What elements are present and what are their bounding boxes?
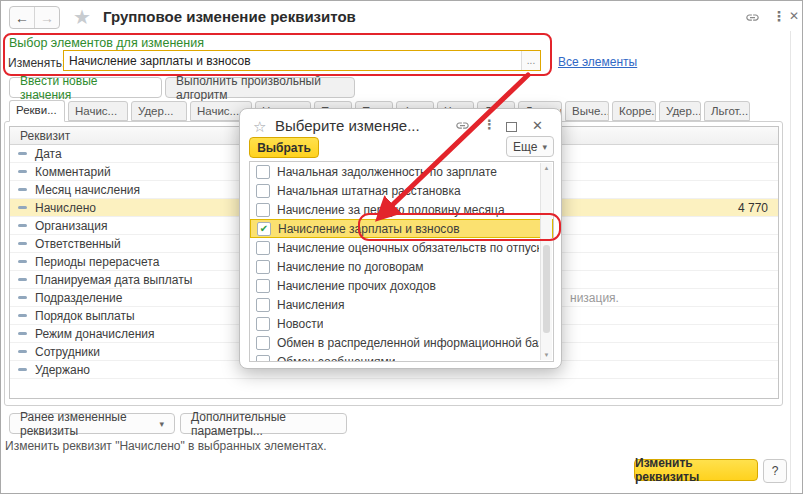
attribute-dash-icon (18, 242, 27, 245)
attribute-dash-icon (18, 350, 27, 353)
attribute-label: Удержано (35, 363, 90, 377)
attribute-dash-icon (18, 260, 27, 263)
previously-changed-button[interactable]: Ранее измененные реквизиты ▾ (9, 413, 175, 434)
checkbox-icon[interactable] (256, 355, 270, 363)
tab-14[interactable]: Льгот... (704, 101, 750, 121)
attribute-label: Режим доначисления (35, 327, 155, 341)
attribute-dash-icon (18, 170, 27, 173)
change-label: Изменять: (8, 56, 65, 70)
checklist-item[interactable]: Новости (250, 314, 553, 333)
previously-changed-label: Ранее измененные реквизиты (20, 410, 154, 438)
dialog-star-icon[interactable]: ☆ (253, 118, 266, 136)
checkbox-icon[interactable] (256, 260, 270, 274)
checkbox-icon[interactable] (256, 298, 270, 312)
attribute-label: Сотрудники (35, 345, 100, 359)
tab-label: Рекви... (16, 104, 57, 116)
checklist-item[interactable]: Начисление за первую половину месяца (250, 200, 553, 219)
checklist-item-label: Начисление прочих доходов (277, 279, 436, 293)
checklist-item[interactable]: Начальная штатная расстановка (250, 181, 553, 200)
forward-button[interactable]: → (35, 7, 59, 28)
attribute-label: Комментарий (35, 165, 111, 179)
scroll-up-icon[interactable]: ▲ (541, 163, 552, 173)
help-button[interactable]: ? (763, 459, 787, 483)
tab-1[interactable]: Начис... (68, 101, 128, 121)
run-algorithm-button[interactable]: Выполнить произвольный алгоритм (165, 77, 355, 98)
checkbox-icon[interactable] (256, 241, 270, 255)
attribute-label: Порядок выплаты (35, 309, 135, 323)
link-icon (455, 118, 470, 133)
check-icon: ✔ (260, 224, 268, 234)
dialog-maximize-icon[interactable] (506, 122, 517, 132)
change-target-input[interactable] (64, 51, 521, 70)
attribute-dash-icon (18, 206, 27, 209)
change-target-field: ... (63, 50, 541, 71)
scroll-down-icon[interactable]: ▼ (541, 350, 552, 360)
scrollbar[interactable]: ▲ ▼ (540, 163, 552, 360)
checklist-item[interactable]: Начисление прочих доходов (250, 276, 553, 295)
checklist-item-label: Начисления (277, 298, 345, 312)
checkbox-icon[interactable] (256, 336, 270, 350)
checkbox-icon[interactable] (256, 165, 270, 179)
favorite-star-icon[interactable]: ★ (73, 5, 91, 29)
more-button[interactable]: Еще ▾ (506, 136, 554, 157)
tab-label: Начис... (197, 105, 239, 117)
dialog-get-link-icon[interactable] (455, 118, 470, 136)
attribute-label: Дата (35, 147, 62, 161)
additional-params-label: Дополнительные параметры... (191, 410, 336, 438)
tab-2[interactable]: Удер... (131, 101, 187, 121)
tab-11[interactable]: Выче... (565, 101, 609, 121)
choose-element-button[interactable]: ... (521, 51, 540, 70)
tab-label: Выче... (572, 105, 609, 117)
enter-new-values-button[interactable]: Ввести новые значения (9, 77, 162, 98)
tab-0[interactable]: Рекви... (9, 100, 65, 122)
dialog-more-menu-icon[interactable]: ⋮ (483, 117, 496, 132)
checklist-item[interactable]: Начисление по договорам (250, 257, 553, 276)
checklist-item[interactable]: Обмен сообщениями (250, 352, 553, 362)
tab-12[interactable]: Корре... (612, 101, 656, 121)
tab-label: Начис... (75, 105, 117, 117)
checkbox-icon[interactable] (256, 184, 270, 198)
attribute-label: Планируемая дата выплаты (35, 273, 192, 287)
checklist-item-label: Обмен сообщениями (277, 355, 395, 363)
right-gutter (790, 31, 791, 493)
attribute-label: Ответственный (35, 237, 121, 251)
attribute-label: Подразделение (35, 291, 122, 305)
checklist-item[interactable]: Начальная задолженность по зарплате (250, 162, 553, 181)
status-text: Изменить реквизит "Начислено" в выбранны… (5, 439, 327, 453)
checkbox-icon[interactable] (256, 317, 270, 331)
checklist-item[interactable]: Обмен в распределенной информационной ба… (250, 333, 553, 352)
close-icon[interactable]: ✕ (789, 9, 799, 23)
more-button-label: Еще (513, 140, 537, 154)
get-link-icon[interactable] (745, 10, 760, 28)
attribute-dash-icon (18, 278, 27, 281)
link-icon (745, 10, 760, 25)
attribute-hint: низация. (570, 291, 619, 305)
checkbox-icon[interactable] (256, 279, 270, 293)
attribute-label: Начислено (35, 201, 96, 215)
tab-label: Льгот... (711, 105, 748, 117)
checklist-item-label: Начальная штатная расстановка (277, 184, 461, 198)
checklist-item[interactable]: Начисление оценочных обязательств по отп… (250, 238, 553, 257)
attribute-value: 4 770 (738, 201, 768, 215)
dialog-close-icon[interactable]: ✕ (532, 118, 543, 133)
back-button[interactable]: ← (10, 7, 35, 28)
select-button[interactable]: Выбрать (249, 137, 319, 158)
checklist-item[interactable]: ✔Начисление зарплаты и взносов (250, 219, 553, 238)
scrollbar-thumb[interactable] (543, 245, 550, 333)
checklist-item[interactable]: Начисления (250, 295, 553, 314)
all-elements-link[interactable]: Все элементы (558, 55, 637, 69)
checklist-item-label: Начисление зарплаты и взносов (278, 222, 460, 236)
checklist-item-label: Начисление за первую половину месяца (277, 203, 505, 217)
page-title: Групповое изменение реквизитов (103, 8, 356, 25)
attribute-label: Организация (35, 219, 107, 233)
tab-13[interactable]: Удер... (659, 101, 701, 121)
checklist-item-label: Начисление по договорам (277, 260, 424, 274)
attribute-dash-icon (18, 296, 27, 299)
additional-params-button[interactable]: Дополнительные параметры... (180, 413, 347, 434)
checkbox-icon[interactable] (256, 203, 270, 217)
more-menu-icon[interactable]: ⋮ (772, 8, 786, 24)
table-header-label: Реквизит (20, 129, 70, 143)
apply-changes-button[interactable]: Изменить реквизиты (634, 459, 758, 481)
checkbox-checked-icon[interactable]: ✔ (257, 222, 271, 236)
attribute-dash-icon (18, 152, 27, 155)
